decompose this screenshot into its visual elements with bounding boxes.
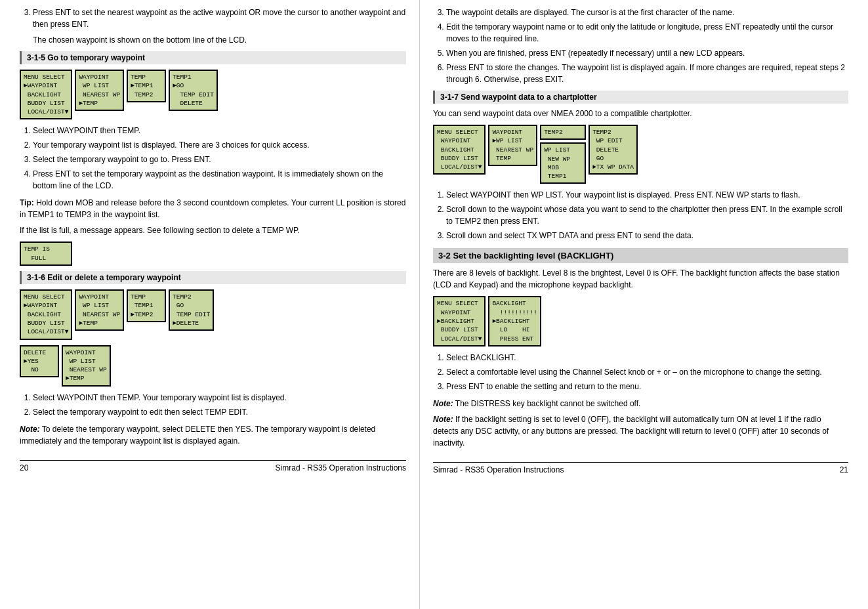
section-316-heading: 3-1-6 Edit or delete a temporary waypoin…	[20, 271, 406, 284]
step-315-4: Press ENT to set the temporary waypoint …	[33, 168, 406, 192]
step-317-intro-6: Press ENT to store the changes. The wayp…	[446, 62, 848, 85]
step-317-2: Scroll down to the waypoint whose data y…	[446, 203, 848, 227]
step-317-intro-5: When you are finished, press ENT (repeat…	[446, 47, 848, 59]
right-footer: Simrad - RS35 Operation Instructions 21	[433, 462, 848, 474]
lcd-group-317: MENU SELECT WAYPOINT BACKLIGHT BUDDY LIS…	[433, 125, 848, 184]
lcd-315-4: TEMP1 ►GO TEMP EDIT DELETE	[169, 70, 218, 111]
right-footer-text: Simrad - RS35 Operation Instructions	[433, 465, 564, 474]
lcd-316b-2: WAYPOINT WP LIST NEAREST WP ►TEMP	[62, 345, 111, 387]
intro-317: You can send waypoint data over NMEA 200…	[433, 108, 848, 119]
left-footer-page: 20	[20, 463, 28, 472]
lcd-group-315: MENU SELECT ►WAYPOINT BACKLIGHT BUDDY LI…	[20, 70, 406, 119]
step-317-intro-3: The waypoint details are displayed. The …	[446, 7, 848, 18]
lcd-group-316b: DELETE ►YES NO WAYPOINT WP LIST NEAREST …	[20, 345, 406, 387]
lcd-317-col3-group: TEMP2 WP LIST NEW WP MOB TEMP1	[540, 125, 586, 184]
step-32-1: Select BACKLIGHT.	[446, 352, 848, 364]
lcd-317-1: MENU SELECT WAYPOINT BACKLIGHT BUDDY LIS…	[433, 125, 486, 175]
step-32-2: Select a comfortable level using the Cha…	[446, 366, 848, 378]
note-316-paragraph: Note: To delete the temporary waypoint, …	[20, 423, 406, 447]
note-32b-label: Note:	[433, 415, 453, 424]
lcd-32-1: MENU SELECT WAYPOINT ►BACKLIGHT BUDDY LI…	[433, 296, 486, 346]
note-32a-content: The DISTRESS key backlight cannot be swi…	[455, 399, 641, 408]
left-footer: 20 Simrad - RS35 Operation Instructions	[20, 460, 406, 472]
lcd-group-316a: MENU SELECT ►WAYPOINT BACKLIGHT BUDDY LI…	[20, 289, 406, 339]
steps-315-list: Select WAYPOINT then TEMP. Your temporar…	[33, 125, 406, 192]
left-footer-text: Simrad - RS35 Operation Instructions	[276, 463, 406, 472]
step-317-intro-4: Edit the temporary waypoint name or to e…	[446, 21, 848, 45]
lcd-temp-full: TEMP IS FULL	[20, 242, 72, 266]
step-3-text: Press ENT to set the nearest waypoint as…	[33, 7, 406, 30]
tip-paragraph: Tip: Hold down MOB and release before th…	[20, 197, 406, 220]
lcd-32-2: BACKLIGHT !!!!!!!!!! ►BACKLIGHT LO HI PR…	[488, 296, 541, 346]
step-316-2: Select the temporary waypoint to edit th…	[33, 406, 406, 418]
step-315-2: Your temporary waypoint list is displaye…	[33, 139, 406, 151]
lcd-317-3a: TEMP2	[540, 125, 586, 140]
lcd-317-3: WP LIST NEW WP MOB TEMP1	[540, 142, 586, 184]
lcd-317-2: WAYPOINT ►WP LIST NEAREST WP TEMP	[488, 125, 537, 166]
left-column: Press ENT to set the nearest waypoint as…	[0, 0, 420, 609]
temp-full-note: If the list is full, a message appears. …	[20, 224, 406, 236]
section-315-heading: 3-1-5 Go to temporary waypoint	[20, 51, 406, 64]
steps-317-list: Select WAYPOINT then WP LIST. Your waypo…	[446, 189, 848, 242]
step-315-1: Select WAYPOINT then TEMP.	[33, 125, 406, 136]
steps-317-intro-list: The waypoint details are displayed. The …	[446, 7, 848, 85]
step-317-3: Scroll down and select TX WPT DATA and p…	[446, 230, 848, 242]
lcd-315-3: TEMP ►TEMP1 TEMP2	[127, 70, 166, 102]
lcd-315-2: WAYPOINT WP LIST NEAREST WP ►TEMP	[75, 70, 124, 111]
section-32-heading: 3-2 Set the backlighting level (BACKLIGH…	[433, 248, 848, 263]
step-315-3: Select the temporary waypoint to go to. …	[33, 154, 406, 165]
lcd-group-32: MENU SELECT WAYPOINT ►BACKLIGHT BUDDY LI…	[433, 296, 848, 346]
note-32b-paragraph: Note: If the backlight setting is set to…	[433, 413, 848, 449]
step-32-3: Press ENT to enable the setting and retu…	[446, 381, 848, 392]
step-317-1: Select WAYPOINT then WP LIST. Your waypo…	[446, 189, 848, 201]
step-3-item: Press ENT to set the nearest waypoint as…	[33, 7, 406, 46]
steps-316-list: Select WAYPOINT then TEMP. Your temporar…	[33, 392, 406, 418]
lcd-317-4: TEMP2 WP EDIT DELETE GO ►TX WP DATA	[589, 125, 638, 175]
lcd-316a-3: TEMP TEMP1 ►TEMP2	[127, 289, 166, 322]
lcd-315-1: MENU SELECT ►WAYPOINT BACKLIGHT BUDDY LI…	[20, 70, 72, 119]
section-317-heading: 3-1-7 Send waypoint data to a chartplott…	[433, 91, 848, 104]
lcd-316a-2: WAYPOINT WP LIST NEAREST WP ►TEMP	[75, 289, 124, 331]
lcd-316a-1: MENU SELECT ►WAYPOINT BACKLIGHT BUDDY LI…	[20, 289, 72, 339]
tip-label: Tip:	[20, 198, 34, 207]
step-3-text2: The chosen waypoint is shown on the bott…	[33, 34, 406, 46]
right-column: The waypoint details are displayed. The …	[420, 0, 868, 609]
steps-32-list: Select BACKLIGHT. Select a comfortable l…	[446, 352, 848, 392]
lcd-316a-4: TEMP2 GO TEMP EDIT ►DELETE	[169, 289, 214, 331]
tip-content: Hold down MOB and release before the 3 s…	[20, 198, 405, 219]
note-32a-label: Note:	[433, 399, 453, 408]
intro-32: There are 8 levels of backlight. Level 8…	[433, 267, 848, 291]
note-316-content: To delete the temporary waypoint, select…	[20, 425, 375, 446]
step-316-1: Select WAYPOINT then TEMP. Your temporar…	[33, 392, 406, 404]
note-32b-content: If the backlight setting is set to level…	[433, 415, 829, 448]
right-footer-page: 21	[840, 465, 848, 474]
lcd-316b-1: DELETE ►YES NO	[20, 345, 59, 378]
note-32a-paragraph: Note: The DISTRESS key backlight cannot …	[433, 398, 848, 410]
note-316-label: Note:	[20, 425, 40, 434]
lcd-temp-full-group: TEMP IS FULL	[20, 242, 406, 266]
